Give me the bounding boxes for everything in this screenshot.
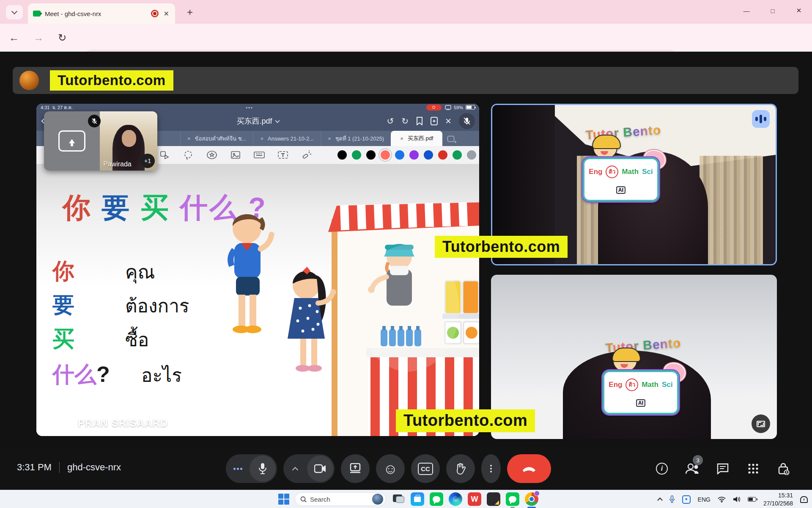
sticker-girl-icon	[613, 350, 637, 372]
sticker-bento-box: Eng ติว Math Sci AI	[603, 370, 679, 414]
host-controls-button[interactable]	[774, 457, 793, 480]
mic-muted-indicator-icon	[459, 113, 475, 129]
text-tool-icon[interactable]	[277, 149, 288, 160]
color-dot[interactable]	[424, 150, 433, 160]
minimize-button[interactable]: —	[733, 0, 760, 21]
task-view-button[interactable]	[392, 492, 405, 506]
reload-button[interactable]: ↻	[54, 30, 70, 46]
pin-icon	[47, 418, 55, 428]
keyboard-tool-icon[interactable]	[254, 149, 265, 160]
info-icon: i	[656, 463, 668, 475]
captions-button[interactable]: CC	[411, 454, 440, 483]
sticker-tool-icon[interactable]	[206, 149, 217, 160]
tab-search-button[interactable]	[6, 5, 23, 19]
close-document-button[interactable]: ×	[445, 115, 451, 127]
present-button[interactable]	[341, 454, 370, 483]
camera-button[interactable]	[283, 454, 335, 483]
extra-participants-badge[interactable]: +1	[140, 154, 155, 168]
laser-pointer-tool-icon[interactable]	[301, 149, 312, 160]
raise-hand-button[interactable]	[446, 454, 475, 483]
snip-highlight-icon[interactable]: ✦	[682, 495, 691, 504]
audio-level-icon	[226, 468, 250, 470]
bookmark-icon[interactable]	[416, 117, 423, 125]
pdf-tab[interactable]: ×Answers 21-10-2...	[253, 131, 321, 146]
chrome-browser-icon[interactable]	[525, 492, 538, 506]
microphone-button[interactable]	[226, 454, 277, 483]
participants-button[interactable]: 3	[683, 457, 702, 480]
sticky-notes-icon[interactable]	[487, 492, 500, 506]
color-dot[interactable]	[366, 150, 376, 160]
color-palette	[337, 150, 476, 160]
color-dot[interactable]	[453, 150, 462, 160]
meeting-details-button[interactable]: i	[652, 457, 672, 480]
window-controls: — □ ✕	[733, 0, 812, 21]
shapes-tool-icon[interactable]	[159, 149, 170, 160]
volume-icon[interactable]	[733, 496, 741, 502]
line-app-icon[interactable]	[430, 492, 443, 506]
curtain-right	[700, 156, 763, 264]
screen-share-icon	[58, 130, 85, 152]
reactions-button[interactable]: ☺	[376, 454, 405, 483]
color-dot[interactable]	[467, 150, 476, 160]
meeting-time: 3:31 PM	[17, 462, 52, 473]
edge-browser-icon[interactable]	[449, 492, 462, 506]
color-dot-selected[interactable]	[381, 150, 390, 160]
microsoft-store-icon[interactable]	[411, 492, 424, 506]
language-indicator[interactable]: ENG	[698, 496, 710, 503]
banner-avatar	[19, 71, 39, 90]
tutor-bento-sticker: Tutor Bento Eng ติว Math Sci AI	[597, 338, 690, 417]
tray-date: 27/10/2568	[763, 500, 793, 507]
camera-options-chevron-icon[interactable]	[283, 465, 307, 472]
pdf-tab[interactable]: ×ข้อสอบคำศัพท์จีน ช...	[180, 131, 253, 146]
pdf-tab[interactable]: ×ชุดที่ 1 (21-10-2025)	[321, 131, 391, 146]
vocab-row: 你 คุณ	[52, 257, 155, 287]
end-call-button[interactable]	[507, 454, 551, 483]
wps-office-icon[interactable]: W	[468, 492, 481, 506]
ipad-status-ellipsis: •••	[73, 105, 426, 110]
redo-button[interactable]: ↻	[401, 116, 409, 126]
image-tool-icon[interactable]	[230, 149, 241, 160]
tab-recording-indicator-icon	[151, 10, 159, 17]
presenter-name: PRAN SRISAARD	[78, 417, 168, 429]
new-tab-button[interactable]: +	[183, 6, 197, 19]
pdf-tab-active[interactable]: ×买东西.pdf	[391, 131, 442, 146]
back-button[interactable]: ←	[6, 30, 22, 46]
color-dot[interactable]	[409, 150, 419, 160]
search-highlight-image[interactable]	[372, 494, 383, 505]
chevron-down-icon	[275, 118, 280, 123]
notifications-bell-icon[interactable]: z	[800, 496, 808, 503]
add-page-icon[interactable]	[431, 117, 438, 125]
maximize-button[interactable]: □	[760, 0, 786, 21]
chevron-down-icon	[11, 8, 17, 14]
fullscreen-icon	[757, 421, 765, 427]
tab-close-button[interactable]: ✕	[163, 10, 170, 18]
activities-button[interactable]	[743, 457, 763, 480]
screen-share-icon	[59, 418, 74, 429]
taskbar-search[interactable]: Search	[295, 492, 386, 506]
forward-button[interactable]: →	[30, 30, 47, 46]
line-app-icon[interactable]	[506, 492, 519, 506]
shared-screen-tile[interactable]: 4:31 จ. 27 ต.ค. ••• 59% 买东西.pdf ↺ ↻ ×	[36, 104, 479, 436]
browser-toolbar: ← → ↻ meet.google.com/ghd-csve-nrx?authu…	[0, 24, 812, 52]
browser-tab[interactable]: Meet - ghd-csve-nrx ✕	[28, 3, 175, 24]
windows-taskbar: Search W ✦ ENG 15:31 27/10/2568 z	[0, 490, 812, 508]
color-dot[interactable]	[395, 150, 404, 160]
color-dot[interactable]	[352, 150, 361, 160]
undo-button[interactable]: ↺	[387, 116, 394, 126]
close-button[interactable]: ✕	[786, 0, 812, 21]
start-button[interactable]	[278, 494, 289, 505]
chat-button[interactable]	[713, 457, 732, 480]
presenter-label: PRAN SRISAARD	[47, 417, 168, 429]
tray-expand-chevron[interactable]	[657, 497, 663, 503]
expand-tile-button[interactable]	[752, 414, 770, 433]
color-dot[interactable]	[337, 150, 347, 160]
lasso-tool-icon[interactable]	[183, 149, 194, 160]
color-dot[interactable]	[438, 150, 447, 160]
wifi-icon[interactable]	[718, 497, 726, 502]
battery-icon[interactable]	[748, 497, 756, 502]
self-view-thumbnail[interactable]: Pawirada +1	[44, 111, 157, 171]
clock[interactable]: 15:31 27/10/2568	[763, 491, 793, 507]
tray-mic-icon[interactable]	[669, 495, 675, 503]
new-document-tab-icon[interactable]	[447, 136, 454, 142]
more-options-button[interactable]	[481, 454, 501, 483]
